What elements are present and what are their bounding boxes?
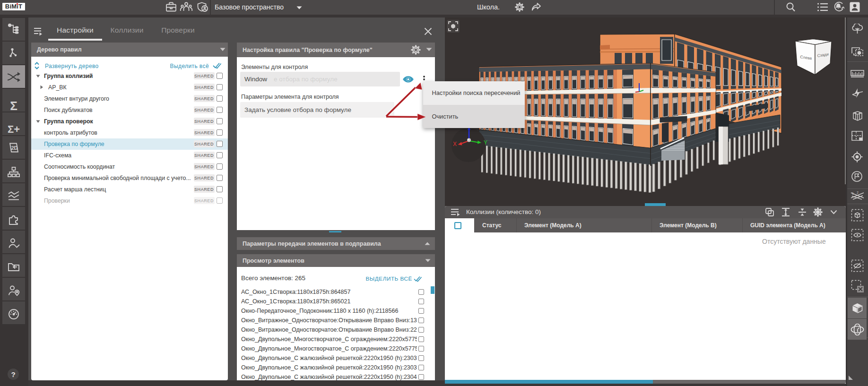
- svg-text:2D: 2D: [11, 145, 18, 151]
- svg-text:1: 1: [852, 192, 854, 195]
- svg-text:Y: Y: [484, 139, 487, 146]
- svg-text:2: 2: [857, 191, 859, 194]
- svg-text:X: X: [453, 141, 457, 147]
